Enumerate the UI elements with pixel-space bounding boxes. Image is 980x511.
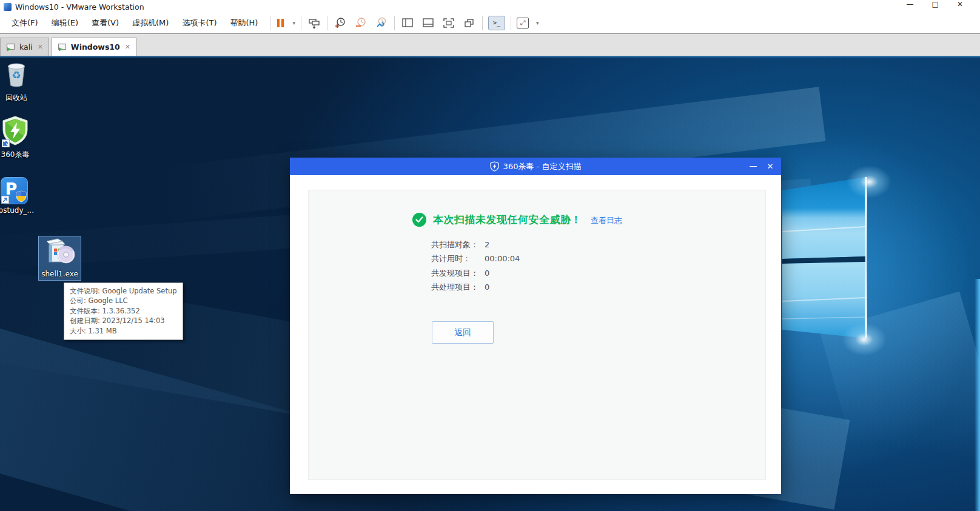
unity-squares-icon bbox=[463, 18, 475, 28]
open-terminal-button[interactable]: >_ bbox=[488, 16, 505, 30]
vm-desktop: ♻ 回收站 360杀毒 P bbox=[0, 56, 980, 511]
windows-logo bbox=[782, 177, 868, 342]
maximize-button[interactable]: □ bbox=[932, 0, 939, 8]
menu-file[interactable]: 文件(F) bbox=[5, 15, 45, 31]
stat-total-time: 共计用时：00:00:04 bbox=[431, 252, 520, 266]
desktop-icon-shell1-exe-selected[interactable]: shell1.exe bbox=[38, 236, 81, 281]
dialog-close-button[interactable]: ✕ bbox=[763, 158, 777, 175]
stat-label: 共发现项目： bbox=[431, 266, 485, 280]
fullscreen-brackets-icon bbox=[443, 18, 455, 28]
view-log-link[interactable]: 查看日志 bbox=[591, 215, 622, 226]
menu-bar: 文件(F) 编辑(E) 查看(V) 虚拟机(M) 选项卡(T) 帮助(H) ▾ bbox=[0, 12, 980, 34]
tab-windows10[interactable]: Windows10 ✕ bbox=[52, 38, 136, 56]
tab-kali[interactable]: kali ✕ bbox=[0, 38, 49, 56]
snapshot-wrench-icon bbox=[375, 17, 388, 29]
vm-running-icon bbox=[6, 43, 16, 52]
vmware-titlebar: Windows10 - VMware Workstation — □ ✕ bbox=[0, 0, 980, 12]
installer-box-icon bbox=[44, 238, 76, 266]
minimize-button[interactable]: — bbox=[907, 0, 914, 8]
unity-mode-button[interactable] bbox=[462, 16, 477, 30]
stat-value: 2 bbox=[485, 240, 489, 249]
dialog-titlebar[interactable]: 360杀毒 - 自定义扫描 — ✕ bbox=[290, 158, 781, 175]
stat-scanned-objects: 共扫描对象：2 bbox=[431, 238, 520, 252]
icon-label: 回收站 bbox=[0, 93, 36, 103]
tab-close-icon[interactable]: ✕ bbox=[125, 43, 130, 51]
snapshot-minus-icon bbox=[355, 17, 367, 29]
scan-result-panel: 本次扫描未发现任何安全威胁！ 查看日志 共扫描对象：2 共计用时：00:00:0… bbox=[308, 190, 766, 480]
scan-result-dialog: 360杀毒 - 自定义扫描 — ✕ 本次扫描未发现任何安全威胁！ 查看日志 共扫… bbox=[290, 158, 781, 494]
fit-dropdown-icon[interactable]: ▾ bbox=[536, 20, 539, 26]
menu-tabs[interactable]: 选项卡(T) bbox=[175, 15, 223, 31]
tooltip-line: 创建日期: 2023/12/15 14:03 bbox=[70, 316, 177, 326]
shortcut-arrow-icon bbox=[1, 196, 9, 204]
shortcut-arrow-icon bbox=[2, 139, 10, 147]
menu-vm[interactable]: 虚拟机(M) bbox=[126, 15, 175, 31]
panel-left-icon bbox=[401, 18, 414, 28]
back-button[interactable]: 返回 bbox=[432, 321, 494, 344]
window-title: Windows10 - VMware Workstation bbox=[15, 2, 144, 12]
dialog-minimize-button[interactable]: — bbox=[746, 158, 760, 175]
scan-result-heading: 本次扫描未发现任何安全威胁！ bbox=[433, 213, 582, 227]
icon-label: shell1.exe bbox=[39, 270, 81, 278]
fit-guest-button[interactable]: ⤢ bbox=[517, 18, 529, 28]
revert-snapshot-button[interactable] bbox=[354, 16, 368, 30]
desktop-icon-recycle-bin[interactable]: ♻ 回收站 bbox=[0, 61, 36, 103]
icon-label: hpstudy_... bbox=[0, 206, 34, 215]
send-ctrl-alt-del-button[interactable] bbox=[307, 16, 321, 30]
tooltip-line: 公司: Google LLC bbox=[70, 296, 177, 306]
power-dropdown-icon[interactable]: ▾ bbox=[292, 20, 295, 26]
fullscreen-button[interactable] bbox=[441, 16, 456, 30]
desktop-icon-hpstudy[interactable]: P hpstudy_... bbox=[0, 177, 34, 215]
close-button[interactable]: ✕ bbox=[957, 0, 963, 8]
recycle-bin-icon: ♻ bbox=[4, 61, 29, 89]
tooltip-line: 文件版本: 1.3.36.352 bbox=[70, 306, 177, 316]
pause-vm-button[interactable] bbox=[276, 18, 285, 28]
shield-bolt-icon bbox=[490, 161, 499, 172]
desktop-icon-360-antivirus[interactable]: 360杀毒 bbox=[0, 116, 35, 160]
tooltip-line: 文件说明: Google Update Setup bbox=[70, 286, 177, 296]
stat-label: 共处理项目： bbox=[431, 280, 485, 294]
show-console-button[interactable] bbox=[421, 16, 435, 30]
stat-handled-items: 共处理项目：0 bbox=[431, 280, 520, 294]
vm-running-icon bbox=[58, 43, 67, 52]
take-snapshot-button[interactable] bbox=[333, 16, 347, 30]
file-info-tooltip: 文件说明: Google Update Setup 公司: Google LLC… bbox=[64, 282, 183, 340]
ctrl-alt-del-icon bbox=[308, 17, 320, 29]
uac-shield-icon bbox=[16, 190, 27, 202]
scan-stats: 共扫描对象：2 共计用时：00:00:04 共发现项目：0 共处理项目：0 bbox=[431, 238, 520, 295]
snapshot-plus-icon bbox=[334, 17, 346, 29]
dialog-title: 360杀毒 - 自定义扫描 bbox=[503, 161, 582, 172]
tab-label: Windows10 bbox=[71, 42, 120, 52]
vm-tab-strip: kali ✕ Windows10 ✕ bbox=[0, 34, 980, 56]
tab-label: kali bbox=[19, 42, 33, 52]
icon-label: 360杀毒 bbox=[0, 150, 35, 160]
tooltip-line: 大小: 1.31 MB bbox=[70, 326, 177, 336]
menu-help[interactable]: 帮助(H) bbox=[224, 15, 265, 31]
stat-label: 共扫描对象： bbox=[431, 238, 485, 252]
stat-value: 0 bbox=[485, 269, 489, 278]
stat-found-items: 共发现项目：0 bbox=[431, 266, 520, 280]
success-check-icon bbox=[412, 213, 426, 227]
stat-label: 共计用时： bbox=[431, 252, 485, 266]
tab-close-icon[interactable]: ✕ bbox=[38, 43, 43, 51]
show-library-button[interactable] bbox=[400, 16, 415, 30]
menu-view[interactable]: 查看(V) bbox=[85, 15, 126, 31]
window-controls: — □ ✕ bbox=[907, 0, 963, 8]
wallpaper-beam bbox=[975, 279, 980, 511]
panel-bottom-icon bbox=[422, 18, 434, 28]
manage-snapshots-button[interactable] bbox=[374, 16, 389, 30]
menu-edit[interactable]: 编辑(E) bbox=[45, 15, 85, 31]
stat-value: 00:00:04 bbox=[485, 254, 520, 263]
svg-text:♻: ♻ bbox=[12, 69, 21, 81]
vmware-logo-icon bbox=[4, 3, 12, 11]
stat-value: 0 bbox=[485, 282, 489, 292]
